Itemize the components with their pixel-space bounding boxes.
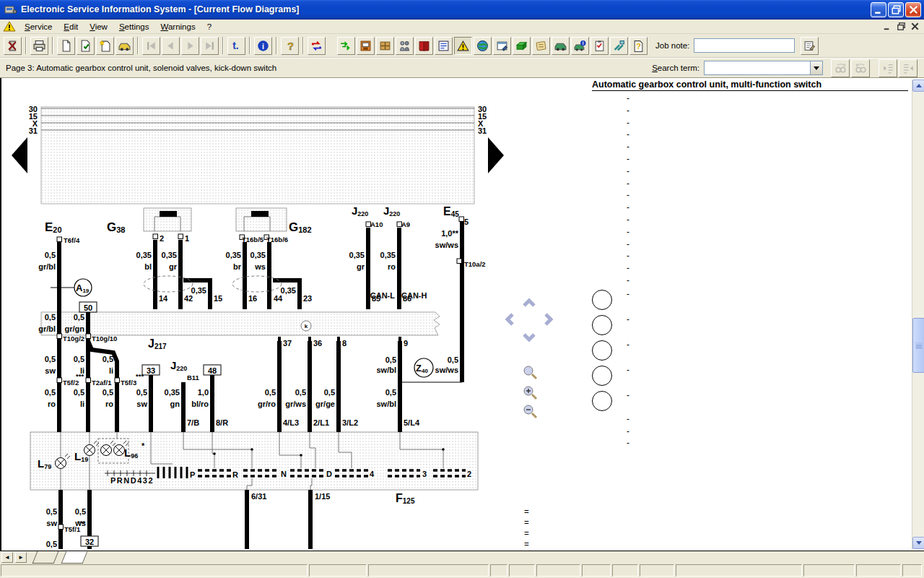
combo-dropdown-button[interactable]: [810, 61, 822, 74]
close-button[interactable]: [905, 2, 921, 17]
zoom-out-button[interactable]: [521, 403, 540, 422]
menu-item-view[interactable]: View: [84, 21, 113, 33]
new-page-button[interactable]: [57, 37, 75, 55]
menu-item-service[interactable]: Service: [19, 21, 58, 33]
vertical-scrollbar[interactable]: [912, 79, 924, 549]
diagram-label: 0,35: [380, 251, 396, 259]
diagram-label: T5f/3: [121, 379, 136, 387]
list-remove-button[interactable]: [899, 59, 918, 77]
red-book-button[interactable]: [415, 37, 433, 55]
list-add-button[interactable]: [879, 59, 897, 77]
svg-text:t.: t.: [232, 40, 238, 51]
menu-item-?[interactable]: ?: [201, 21, 217, 33]
tab-overview[interactable]: [32, 551, 59, 564]
terminal-box-label: 32: [85, 538, 94, 546]
tab-current-flow-diagrams[interactable]: [61, 551, 88, 564]
swap-arrows-button[interactable]: [308, 37, 326, 55]
green-block-button[interactable]: [513, 37, 531, 55]
nav-prev-button[interactable]: [162, 37, 180, 55]
goto-t-button[interactable]: t.: [227, 37, 245, 55]
car-info-button[interactable]: i: [571, 37, 589, 55]
diagram-label: 85: [372, 294, 380, 303]
find-prev-button[interactable]: [851, 59, 870, 77]
diagram-label: 0,5: [74, 388, 84, 397]
magnifier-icon: [522, 364, 539, 381]
diagram-label: ws: [74, 519, 86, 527]
info-button[interactable]: i: [254, 37, 272, 55]
diagram-label: 0,5: [385, 355, 396, 364]
j217-band: [41, 312, 440, 335]
menu-item-edit[interactable]: Edit: [58, 21, 84, 33]
pan-left-button[interactable]: [501, 311, 520, 329]
pan-up-button[interactable]: [520, 295, 539, 314]
diagram-nav-pad: [498, 292, 560, 422]
mdi-restore-button[interactable]: [895, 21, 907, 32]
nav-last-button[interactable]: [201, 37, 219, 55]
map-note-button[interactable]: [532, 37, 550, 55]
globe-button[interactable]: [474, 37, 492, 55]
scroll-down-button[interactable]: [912, 537, 924, 549]
diagram-label: 31: [478, 126, 487, 135]
diagram-label: 0,5: [45, 388, 56, 397]
search-term-value[interactable]: [705, 61, 810, 74]
transfer-button[interactable]: [337, 37, 355, 55]
job-note-label: Job note:: [655, 41, 689, 50]
swap-arrows-icon: [310, 40, 323, 52]
disk-window-icon: [359, 40, 372, 52]
document-list-button[interactable]: [435, 37, 453, 55]
pan-right-button[interactable]: [539, 311, 557, 329]
job-note-input[interactable]: [694, 38, 795, 53]
diagram-label: 1: [185, 234, 189, 243]
toolbar-separator: [276, 37, 277, 54]
zoom-area-button[interactable]: [521, 364, 540, 383]
search-term-combobox[interactable]: [704, 61, 823, 75]
tab-scroll-right-button[interactable]: ►: [15, 552, 27, 563]
diagram-label: P: [190, 470, 195, 479]
scroll-up-button[interactable]: [912, 79, 924, 92]
checklist-button[interactable]: [590, 37, 609, 55]
diagram-label: 2/L1: [313, 418, 329, 427]
zoom-in-button[interactable]: [521, 384, 540, 403]
restore-button[interactable]: [888, 2, 904, 17]
page-check-button[interactable]: [77, 37, 95, 55]
green-car-button[interactable]: [552, 37, 570, 55]
disk-window-button[interactable]: [357, 37, 375, 55]
car-button[interactable]: [116, 37, 134, 55]
nav-first-button[interactable]: [142, 37, 160, 55]
diagram-label: 1/15: [315, 492, 330, 501]
doc-question-button[interactable]: ?: [629, 37, 648, 55]
warning-triangle-button[interactable]: [454, 37, 472, 55]
legend-item: -: [592, 262, 908, 275]
window-edit-button[interactable]: [493, 37, 511, 55]
exit-button[interactable]: [4, 37, 22, 55]
green-block-icon: [515, 40, 528, 52]
diagram-label: 8/R: [216, 418, 228, 427]
chevron-down-icon: [520, 328, 538, 345]
help-button[interactable]: ?: [281, 37, 299, 55]
legend-title: Automatic gearbox control unit, multi-fu…: [592, 79, 908, 91]
figures-button[interactable]: [396, 37, 414, 55]
mdi-close-button[interactable]: [909, 21, 921, 32]
nav-next-button[interactable]: [181, 37, 199, 55]
mdi-minimize-button[interactable]: [881, 21, 894, 32]
diagram-label: T16b/6: [266, 236, 288, 243]
diagram-label: 0,5: [265, 388, 276, 397]
svg-text:i: i: [583, 40, 584, 46]
102-circle-symbol: [592, 290, 612, 310]
minimize-button[interactable]: [871, 2, 886, 17]
checklist-icon: [593, 40, 606, 52]
menu-item-warnings[interactable]: Warnings: [154, 21, 201, 33]
find-next-button[interactable]: [831, 59, 850, 77]
menu-item-settings[interactable]: Settings: [113, 21, 155, 33]
magnifier-plus-icon: [522, 384, 539, 402]
print-button[interactable]: [30, 37, 48, 55]
tab-scroll-left-button[interactable]: ◄: [1, 552, 13, 563]
scrollbar-thumb[interactable]: [912, 318, 924, 373]
status-cell: [640, 564, 674, 577]
pan-down-button[interactable]: [520, 328, 539, 347]
tools-button[interactable]: [610, 37, 628, 55]
page-new-button[interactable]: [96, 37, 114, 55]
diagram-label: gr/gn: [65, 324, 85, 333]
job-note-button[interactable]: [801, 37, 819, 55]
package-button[interactable]: [376, 37, 394, 55]
